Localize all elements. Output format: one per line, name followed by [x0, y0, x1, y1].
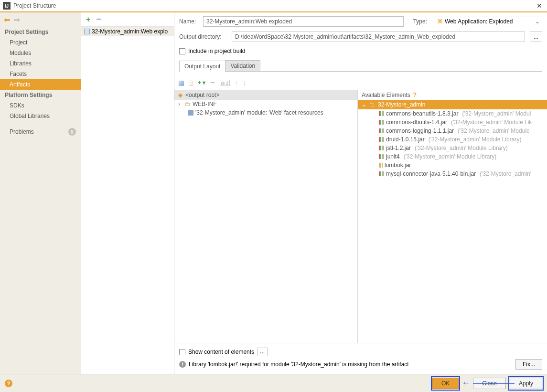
- library-name: druid-1.0.15.jar: [386, 136, 425, 143]
- sidebar-item-facets[interactable]: Facets: [0, 69, 81, 79]
- sidebar-item-problems[interactable]: Problems 8: [0, 126, 81, 138]
- outdir-label: Output directory:: [179, 33, 227, 40]
- type-value: Web Application: Exploded: [445, 18, 513, 25]
- help-icon[interactable]: ?: [413, 92, 417, 98]
- problems-count-badge: 8: [68, 128, 76, 136]
- new-folder-icon[interactable]: ▦: [178, 79, 184, 86]
- jar-icon: [379, 137, 384, 142]
- artifact-list-panel: + − 32-Mystore_admin:Web explo: [81, 12, 174, 374]
- chevron-down-icon[interactable]: ⌄: [362, 101, 366, 108]
- jar-icon: [379, 163, 383, 168]
- up-icon[interactable]: ↑: [235, 79, 238, 86]
- library-name: commons-beanutils-1.8.3.jar: [386, 110, 458, 117]
- library-row[interactable]: lombok.jar: [358, 161, 547, 170]
- project-label: 32-Mystore_admin: [378, 101, 425, 108]
- library-name: jstl-1.2.jar: [386, 145, 411, 151]
- module-icon: [188, 110, 193, 116]
- output-root-label: <output root>: [185, 92, 219, 98]
- artifact-row[interactable]: 32-Mystore_admin:Web explo: [81, 27, 174, 36]
- name-label: Name:: [179, 18, 198, 25]
- footer-buttons: OK ← Close Apply: [432, 378, 542, 389]
- available-label: Available Elements: [362, 92, 410, 98]
- ok-button[interactable]: OK: [432, 378, 459, 389]
- project-settings-header: Project Settings: [0, 27, 81, 37]
- remove-artifact-icon[interactable]: −: [96, 14, 101, 24]
- library-hint: ('32-Mystore_admin' Module Library): [429, 136, 522, 143]
- window-title: Project Structure: [13, 2, 56, 9]
- jar-icon: [379, 120, 384, 125]
- bottom-area: Show content of elements ... ! Library '…: [174, 343, 547, 374]
- library-row[interactable]: commons-beanutils-1.8.3.jar('32-Mystore_…: [358, 109, 547, 118]
- browse-button[interactable]: ...: [530, 32, 542, 42]
- library-hint: ('32-Mystore_admin': [480, 170, 531, 177]
- jar-icon: [379, 171, 384, 176]
- facet-label: '32-Mystore_admin' module: 'Web' facet r…: [195, 109, 323, 116]
- footer: ? OK ← Close Apply: [0, 374, 547, 392]
- sidebar-item-modules[interactable]: Modules: [0, 48, 81, 58]
- library-hint: ('32-Mystore_admin' Module: [458, 127, 530, 134]
- outdir-input[interactable]: [232, 32, 525, 42]
- sidebar-item-project[interactable]: Project: [0, 37, 81, 48]
- ellipsis-button[interactable]: ...: [257, 348, 268, 356]
- webinf-row[interactable]: › 🗀 WEB-INF: [174, 100, 357, 108]
- library-row[interactable]: commons-logging-1.1.1.jar('32-Mystore_ad…: [358, 127, 547, 135]
- artifact-toolbar: + −: [81, 12, 174, 27]
- sidebar-item-global-libraries[interactable]: Global Libraries: [0, 111, 81, 121]
- library-row[interactable]: druid-1.0.15.jar('32-Mystore_admin' Modu…: [358, 135, 547, 144]
- forward-icon[interactable]: ➡: [14, 15, 20, 24]
- webinf-label: WEB-INF: [193, 101, 217, 107]
- folder-icon: 🗀: [185, 101, 191, 107]
- tabs: Output Layout Validation: [179, 60, 542, 72]
- jar-icon: [379, 111, 384, 116]
- content-panel: Name: Type: ⌘ Web Application: Exploded …: [174, 12, 547, 374]
- name-input[interactable]: [203, 16, 404, 27]
- library-name: junit4: [386, 153, 400, 160]
- app-icon: IJ: [3, 2, 11, 10]
- add-artifact-icon[interactable]: +: [86, 15, 90, 24]
- nav-arrows: ⬅ ➡: [0, 12, 81, 27]
- archive-icon[interactable]: ▯: [189, 79, 193, 86]
- library-row[interactable]: commons-dbutils-1.4.jar('32-Mystore_admi…: [358, 118, 547, 127]
- problems-label: Problems: [10, 128, 34, 135]
- show-content-checkbox[interactable]: [179, 349, 185, 355]
- close-icon[interactable]: ✕: [535, 2, 544, 10]
- sidebar-item-libraries[interactable]: Libraries: [0, 58, 81, 69]
- tab-validation[interactable]: Validation: [225, 60, 260, 71]
- jar-icon: [379, 146, 384, 150]
- library-row[interactable]: junit4('32-Mystore_admin' Module Library…: [358, 152, 547, 161]
- sidebar-item-artifacts[interactable]: Artifacts: [0, 79, 81, 90]
- remove-icon[interactable]: −: [210, 78, 215, 87]
- folder-icon: 🗀: [369, 101, 375, 108]
- down-icon[interactable]: ↓: [243, 79, 246, 86]
- artifact-name: 32-Mystore_admin:Web explo: [92, 28, 168, 35]
- root-icon: ◆: [178, 92, 182, 98]
- warning-text: Library 'lombok.jar!' required for modul…: [189, 361, 409, 368]
- library-row[interactable]: mysql-connector-java-5.1.40-bin.jar('32-…: [358, 170, 547, 178]
- library-name: mysql-connector-java-5.1.40-bin.jar: [386, 170, 476, 177]
- help-button[interactable]: ?: [5, 380, 12, 387]
- output-root-row[interactable]: ◆ <output root>: [174, 90, 357, 100]
- gift-icon: ⌘: [437, 18, 443, 25]
- fix-button[interactable]: Fix...: [515, 359, 542, 370]
- facet-row[interactable]: '32-Mystore_admin' module: 'Web' facet r…: [174, 108, 357, 117]
- back-icon[interactable]: ⬅: [4, 15, 10, 24]
- library-hint: ('32-Mystore_admin' Modul: [462, 110, 531, 117]
- library-row[interactable]: jstl-1.2.jar('32-Mystore_admin' Module L…: [358, 144, 547, 152]
- library-hint: ('32-Mystore_admin' Module Lik: [451, 119, 532, 126]
- include-checkbox[interactable]: [179, 48, 185, 54]
- chevron-down-icon: ⌄: [535, 18, 540, 25]
- expand-icon[interactable]: ›: [178, 101, 183, 107]
- sidebar: ⬅ ➡ Project Settings Project Modules Lib…: [0, 12, 81, 374]
- type-select[interactable]: ⌘ Web Application: Exploded ⌄: [435, 17, 542, 26]
- sort-icon[interactable]: a↓z: [220, 80, 230, 86]
- tab-output-layout[interactable]: Output Layout: [179, 61, 225, 72]
- sidebar-item-sdks[interactable]: SDKs: [0, 100, 81, 111]
- library-hint: ('32-Mystore_admin' Module Library): [404, 153, 497, 160]
- platform-settings-header: Platform Settings: [0, 90, 81, 100]
- add-icon[interactable]: + ▾: [198, 79, 205, 86]
- library-name: commons-logging-1.1.1.jar: [386, 127, 454, 134]
- output-tree: ◆ <output root> › 🗀 WEB-INF '32-Mystore_…: [174, 90, 358, 343]
- project-row[interactable]: ⌄ 🗀 32-Mystore_admin: [358, 100, 547, 109]
- titlebar: IJ Project Structure ✕: [0, 0, 547, 12]
- apply-button[interactable]: Apply: [510, 378, 542, 389]
